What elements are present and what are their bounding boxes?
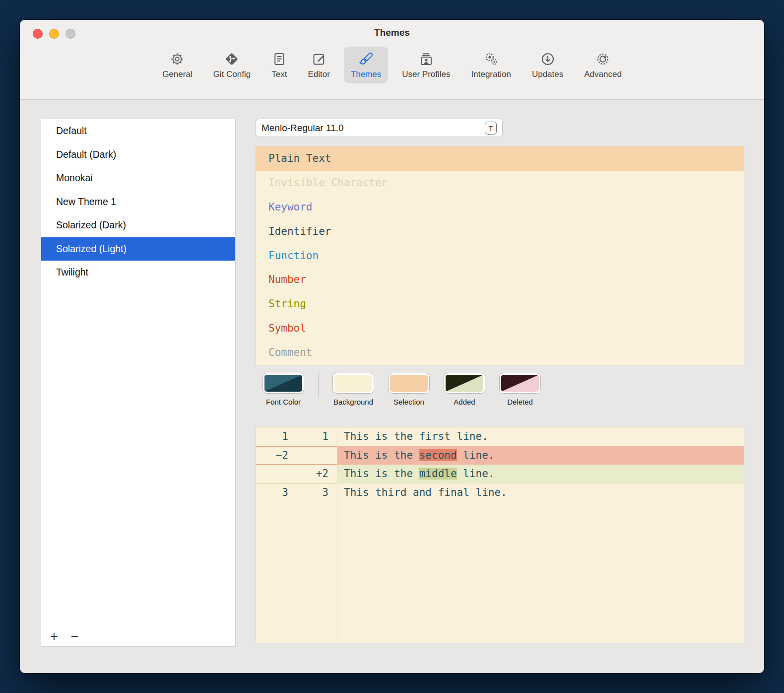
diff-text-segment: This is the first line. — [344, 430, 488, 442]
preview-row-invisible-character[interactable]: Invisible Character — [256, 171, 744, 195]
selection-color-well[interactable] — [388, 373, 430, 394]
diff-new-line-number: +2 — [297, 465, 337, 484]
font-field[interactable]: Menlo-Regular 11.0 T — [256, 119, 503, 137]
gutter-divider — [297, 427, 297, 643]
diff-text-highlight: middle — [419, 468, 457, 480]
diff-new-line-number — [297, 446, 337, 465]
preview-row-symbol[interactable]: Symbol — [256, 316, 744, 341]
preview-label: Symbol — [268, 322, 306, 334]
preview-label: String — [268, 298, 306, 310]
toolbar-item-advanced[interactable]: Advanced — [577, 47, 629, 83]
swatch-color-top — [390, 375, 428, 392]
preview-label: Identifier — [268, 225, 331, 237]
text-document-icon — [272, 51, 287, 67]
swatch-label: Deleted — [507, 398, 533, 406]
window-controls — [33, 29, 75, 39]
preferences-window: Themes General — [20, 20, 764, 673]
toolbar-item-updates[interactable]: Updates — [525, 47, 570, 83]
gutter-divider — [337, 427, 337, 643]
preview-row-string[interactable]: String — [256, 292, 744, 316]
diff-new-line-number: 3 — [297, 484, 337, 502]
theme-list-item-solarized-dark[interactable]: Solarized (Dark) — [41, 213, 235, 237]
diff-text-segment: This is the — [344, 449, 419, 461]
diff-preview: 1 1 This is the first line. −2 This is t… — [256, 427, 744, 643]
swatch-color — [501, 375, 539, 392]
diff-line-text: This is the first line. — [337, 427, 744, 446]
swatch-added: Added — [437, 373, 492, 406]
swatch-font-color: Font Color — [256, 373, 311, 406]
preview-row-comment[interactable]: Comment — [256, 340, 744, 364]
swatch-color — [264, 375, 302, 392]
git-branch-icon — [224, 51, 239, 67]
diff-line-text: This third and final line. — [337, 484, 744, 502]
diff-old-line-number: 1 — [256, 427, 297, 446]
font-picker-button[interactable]: T — [485, 122, 497, 135]
diff-row-deleted: −2 This is the second line. — [256, 446, 744, 465]
toolbar-item-general[interactable]: General — [155, 47, 199, 83]
preview-row-function[interactable]: Function — [256, 243, 744, 268]
swatch-color — [390, 375, 428, 392]
font-name: Menlo-Regular 11.0 — [261, 123, 343, 134]
toolbar: General Git Config — [20, 47, 764, 83]
diff-old-line-number: −2 — [256, 446, 297, 465]
preview-row-plain-text[interactable]: Plain Text — [256, 146, 744, 171]
diff-text-segment: line. — [457, 468, 495, 480]
swatch-color-top — [446, 375, 483, 392]
preview-row-keyword[interactable]: Keyword — [256, 195, 744, 219]
toolbar-item-label: Editor — [308, 69, 329, 79]
theme-list: Default Default (Dark) Monokai New Theme… — [41, 119, 236, 647]
swatch-color-top — [501, 375, 539, 392]
theme-list-item-monokai[interactable]: Monokai — [41, 166, 235, 190]
toolbar-item-text[interactable]: Text — [264, 47, 294, 83]
swatch-color-top — [264, 375, 302, 392]
style-preview: Plain Text Invisible Character Keyword I… — [256, 146, 744, 365]
theme-list-item-solarized-light[interactable]: Solarized (Light) — [41, 237, 235, 261]
diff-text-segment: This is the — [344, 468, 419, 480]
editor-pencil-icon — [312, 51, 327, 67]
swatch-label: Font Color — [266, 398, 301, 406]
diff-row-added: +2 This is the middle line. — [256, 465, 744, 484]
add-theme-button[interactable]: + — [50, 629, 58, 643]
user-profiles-icon — [419, 51, 434, 67]
toolbar-item-editor[interactable]: Editor — [301, 47, 336, 83]
swatch-color — [446, 375, 483, 392]
close-button[interactable] — [33, 29, 43, 39]
minimize-button[interactable] — [49, 29, 59, 39]
gear-icon — [170, 51, 185, 67]
theme-list-item-twilight[interactable]: Twilight — [41, 261, 235, 284]
swatch-label: Added — [454, 398, 475, 406]
content-area: Default Default (Dark) Monokai New Theme… — [20, 100, 764, 647]
toolbar-item-label: General — [162, 69, 192, 79]
preview-row-number[interactable]: Number — [256, 268, 744, 292]
diff-line-text: This is the middle line. — [337, 465, 744, 484]
toolbar-item-integration[interactable]: Integration — [464, 47, 518, 83]
remove-theme-button[interactable]: − — [71, 629, 79, 643]
swatch-background: Background — [326, 373, 381, 406]
toolbar-item-user-profiles[interactable]: User Profiles — [395, 47, 457, 83]
preview-label: Keyword — [268, 201, 313, 213]
theme-list-item-default-dark[interactable]: Default (Dark) — [41, 143, 235, 167]
added-color-well[interactable] — [444, 373, 485, 394]
toolbar-item-label: User Profiles — [402, 69, 450, 79]
deleted-color-well[interactable] — [499, 373, 541, 394]
toolbar-item-label: Themes — [351, 69, 381, 79]
diff-line-text: This is the second line. — [337, 446, 744, 465]
theme-list-item-default[interactable]: Default — [41, 119, 235, 143]
swatch-color — [334, 375, 372, 392]
diff-old-line-number — [256, 465, 297, 484]
preview-row-identifier[interactable]: Identifier — [256, 219, 744, 243]
swatch-color-top — [334, 375, 372, 392]
updates-download-icon — [540, 51, 555, 67]
toolbar-item-label: Updates — [532, 69, 563, 79]
zoom-button[interactable] — [65, 29, 75, 39]
toolbar-item-git-config[interactable]: Git Config — [206, 47, 258, 83]
diff-text-segment: line. — [457, 449, 495, 461]
toolbar-item-themes[interactable]: Themes — [344, 47, 388, 83]
theme-list-item-new-theme-1[interactable]: New Theme 1 — [41, 190, 235, 214]
diff-old-line-number: 3 — [256, 484, 297, 502]
preview-label: Invisible Character — [268, 177, 388, 189]
advanced-gear-icon — [595, 51, 610, 67]
background-color-well[interactable] — [332, 373, 374, 394]
themes-brush-icon — [359, 51, 374, 67]
font-color-well[interactable] — [262, 373, 304, 394]
